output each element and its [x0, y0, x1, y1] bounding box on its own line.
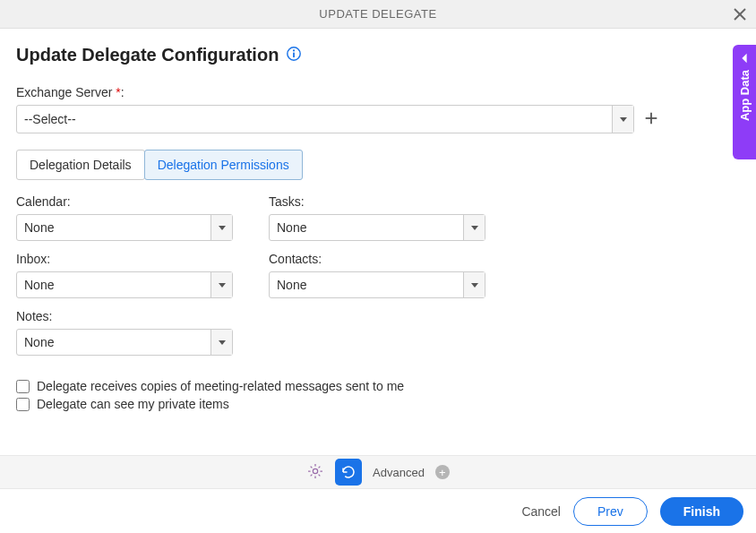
page-title: Update Delegate Configuration: [16, 45, 279, 65]
gear-icon[interactable]: [306, 462, 324, 483]
exchange-server-value: --Select--: [24, 112, 76, 126]
svg-marker-8: [219, 226, 226, 230]
exchange-server-label: Exchange Server *:: [16, 85, 740, 99]
svg-marker-10: [219, 340, 226, 345]
chevron-down-icon: [210, 330, 232, 355]
chevron-down-icon: [612, 106, 633, 133]
dialog-header: UPDATE DELEGATE: [0, 0, 756, 29]
calendar-select[interactable]: None: [16, 214, 233, 241]
plus-circle-icon[interactable]: +: [435, 465, 450, 479]
close-icon[interactable]: [733, 7, 747, 21]
delegate-meeting-label[interactable]: Delegate receives copies of meeting-rela…: [37, 379, 404, 393]
contacts-select[interactable]: None: [269, 271, 485, 298]
delegate-meeting-checkbox[interactable]: [16, 380, 30, 393]
tasks-value: None: [277, 220, 306, 235]
svg-rect-4: [293, 53, 295, 57]
inbox-select[interactable]: None: [16, 271, 233, 298]
svg-marker-14: [742, 54, 746, 64]
delegate-private-label[interactable]: Delegate can see my private items: [37, 397, 229, 411]
tab-delegation-details[interactable]: Delegation Details: [16, 150, 145, 180]
prev-button[interactable]: Prev: [573, 497, 648, 526]
exchange-server-select[interactable]: --Select--: [16, 105, 634, 133]
exchange-colon: :: [121, 85, 125, 99]
delegate-private-checkbox[interactable]: [16, 398, 30, 411]
toolbar: Advanced +: [0, 455, 756, 489]
calendar-label: Calendar:: [16, 194, 233, 209]
finish-button[interactable]: Finish: [660, 497, 743, 526]
exchange-server-label-text: Exchange Server: [16, 85, 116, 99]
svg-marker-11: [471, 226, 478, 230]
tab-delegation-permissions[interactable]: Delegation Permissions: [144, 150, 303, 180]
tasks-label: Tasks:: [269, 194, 485, 209]
advanced-label[interactable]: Advanced: [373, 466, 425, 479]
info-icon[interactable]: [286, 46, 302, 64]
chevron-down-icon: [210, 215, 232, 240]
notes-select[interactable]: None: [16, 329, 233, 356]
add-exchange-server-button[interactable]: [643, 110, 659, 129]
notes-value: None: [24, 335, 54, 349]
main-content: Update Delegate Configuration Exchange S…: [0, 29, 756, 411]
app-data-side-tab[interactable]: App Data: [733, 45, 756, 159]
chevron-left-icon: [738, 52, 751, 64]
svg-marker-9: [219, 283, 226, 288]
cancel-button[interactable]: Cancel: [521, 504, 561, 519]
dialog-title: UPDATE DELEGATE: [319, 7, 436, 21]
chevron-down-icon: [463, 215, 485, 240]
svg-point-3: [293, 49, 295, 51]
svg-marker-12: [471, 283, 478, 288]
contacts-value: None: [277, 278, 306, 292]
inbox-value: None: [24, 278, 54, 292]
chevron-down-icon: [463, 272, 485, 297]
delegation-tabs: Delegation Details Delegation Permission…: [16, 150, 740, 180]
chevron-down-icon: [210, 272, 232, 297]
contacts-label: Contacts:: [269, 252, 485, 266]
svg-point-13: [313, 469, 317, 473]
notes-label: Notes:: [16, 309, 233, 323]
refresh-button[interactable]: [335, 459, 362, 486]
svg-marker-5: [620, 117, 627, 122]
app-data-label: App Data: [738, 70, 752, 121]
tasks-select[interactable]: None: [269, 214, 485, 241]
dialog-footer: Cancel Prev Finish: [0, 489, 756, 533]
inbox-label: Inbox:: [16, 252, 233, 266]
calendar-value: None: [24, 220, 54, 235]
permissions-grid: Calendar: None Inbox: None Notes: None: [16, 194, 740, 365]
